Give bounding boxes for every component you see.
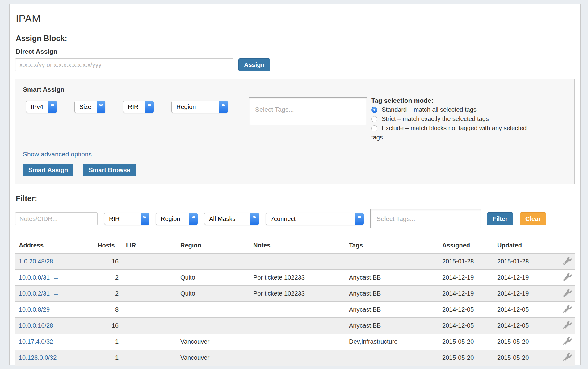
radio-unselected-icon[interactable] bbox=[371, 116, 377, 122]
tag-mode-radio-option[interactable]: Exclude – match blocks not tagged with a… bbox=[371, 123, 540, 142]
direct-assign-input[interactable] bbox=[15, 58, 233, 71]
advanced-options-row: Show advanced options bbox=[23, 151, 569, 158]
smart-browse-button[interactable]: Smart Browse bbox=[83, 164, 136, 176]
sub-assignment-arrow-icon[interactable]: → bbox=[53, 290, 59, 297]
assign-button[interactable]: Assign bbox=[238, 58, 270, 71]
filter-rir-select[interactable]: RIR bbox=[104, 213, 149, 225]
wrench-icon[interactable] bbox=[563, 305, 572, 313]
filter-rir-select-value: RIR bbox=[109, 215, 120, 222]
col-header-updated: Updated bbox=[494, 239, 550, 254]
address-link[interactable]: 10.0.0.16/28 bbox=[19, 322, 53, 329]
filter-resource-select-value: 7connect bbox=[271, 215, 296, 222]
wrench-icon[interactable] bbox=[563, 353, 572, 361]
assigned-cell: 2015-01-28 bbox=[439, 254, 494, 270]
address-link[interactable]: 10.0.0.8/29 bbox=[19, 306, 50, 313]
address-link[interactable]: 10.0.0.2/31 bbox=[19, 290, 50, 297]
tags-cell: Anycast,BB bbox=[345, 270, 439, 286]
address-cell: 10.0.0.8/29 bbox=[15, 302, 94, 318]
wrench-icon[interactable] bbox=[563, 257, 572, 265]
size-select-value: Size bbox=[79, 103, 91, 110]
filter-region-select-value: Region bbox=[161, 215, 180, 222]
tag-mode-radio-option[interactable]: Strict – match exactly the selected tags bbox=[371, 114, 540, 123]
direct-assign-label: Direct Assign bbox=[16, 48, 575, 55]
table-row: 10.128.0.0/32 1 Vancouver 2015-05-20 201… bbox=[15, 350, 575, 366]
notes-cell: Por tickete 102233 bbox=[250, 286, 345, 302]
page-title: IPAM bbox=[16, 13, 575, 25]
tags-cell bbox=[345, 350, 439, 366]
assigned-cell: 2014-12-19 bbox=[439, 270, 494, 286]
col-header-hosts: Hosts bbox=[94, 239, 122, 254]
notes-cell bbox=[250, 254, 345, 270]
tags-cell: Anycast,BB bbox=[345, 318, 439, 334]
address-link[interactable]: 10.0.0.0/31 bbox=[19, 274, 50, 281]
updated-cell: 2015-05-20 bbox=[494, 334, 550, 350]
wrench-icon[interactable] bbox=[563, 289, 572, 297]
assigned-cell: 2015-05-20 bbox=[439, 350, 494, 366]
size-select[interactable]: Size bbox=[74, 101, 105, 113]
hosts-cell: 1 bbox=[94, 350, 122, 366]
col-header-tags: Tags bbox=[345, 239, 439, 254]
col-header-region: Region bbox=[177, 239, 250, 254]
direct-assign-row: Assign bbox=[15, 58, 575, 71]
actions-cell bbox=[550, 334, 575, 350]
tags-cell bbox=[345, 254, 439, 270]
clear-button[interactable]: Clear bbox=[520, 212, 546, 225]
show-advanced-options-link[interactable]: Show advanced options bbox=[23, 151, 92, 158]
address-link[interactable]: 10.17.4.0/32 bbox=[19, 338, 53, 345]
blocks-table: Address Hosts LIR Region Notes Tags Assi… bbox=[15, 239, 575, 366]
wrench-icon[interactable] bbox=[563, 273, 572, 281]
filter-masks-select[interactable]: All Masks bbox=[204, 213, 259, 225]
ip-version-select[interactable]: IPv4 bbox=[26, 101, 57, 113]
filter-tags-input[interactable]: Select Tags... bbox=[370, 209, 481, 228]
region-cell: Quito bbox=[177, 286, 250, 302]
notes-cidr-input[interactable] bbox=[15, 212, 98, 225]
col-header-assigned: Assigned bbox=[439, 239, 494, 254]
select-stepper-icon bbox=[219, 101, 228, 113]
lir-cell bbox=[122, 350, 177, 366]
col-header-address: Address bbox=[15, 239, 94, 254]
region-cell bbox=[177, 302, 250, 318]
address-link[interactable]: 10.128.0.0/32 bbox=[19, 354, 57, 361]
smart-assign-button[interactable]: Smart Assign bbox=[23, 164, 74, 176]
actions-cell bbox=[550, 318, 575, 334]
updated-cell: 2014-12-05 bbox=[494, 318, 550, 334]
notes-cell bbox=[250, 318, 345, 334]
sub-assignment-arrow-icon[interactable]: → bbox=[53, 274, 59, 281]
filter-resource-select[interactable]: 7connect bbox=[266, 213, 364, 225]
smart-assign-panel: Smart Assign IPv4 Size RIR Region bbox=[15, 79, 575, 184]
rir-select[interactable]: RIR bbox=[123, 101, 154, 113]
filter-button[interactable]: Filter bbox=[487, 212, 513, 225]
radio-unselected-icon[interactable] bbox=[371, 125, 377, 131]
select-stepper-icon bbox=[250, 213, 259, 225]
wrench-icon[interactable] bbox=[563, 337, 572, 345]
actions-cell bbox=[550, 270, 575, 286]
region-cell: Quito bbox=[177, 270, 250, 286]
ip-version-select-value: IPv4 bbox=[31, 103, 43, 110]
address-link[interactable]: 1.0.20.48/28 bbox=[19, 258, 53, 265]
filter-region-select[interactable]: Region bbox=[156, 213, 198, 225]
ipam-panel: IPAM Assign Block: Direct Assign Assign … bbox=[9, 4, 581, 365]
region-select-value: Region bbox=[176, 103, 196, 110]
assign-block-heading: Assign Block: bbox=[16, 34, 575, 43]
select-stepper-icon bbox=[48, 101, 57, 113]
hosts-cell: 16 bbox=[94, 254, 122, 270]
tags-cell: Anycast,BB bbox=[345, 302, 439, 318]
select-stepper-icon bbox=[355, 213, 364, 225]
tag-mode-radio-option[interactable]: Standard – match all selected tags bbox=[371, 105, 540, 114]
region-select[interactable]: Region bbox=[171, 101, 228, 113]
tags-cell: Dev,Infrastructure bbox=[345, 334, 439, 350]
smart-assign-controls: IPv4 Size RIR Region Select Tags... bbox=[20, 93, 569, 142]
lir-cell bbox=[122, 254, 177, 270]
wrench-icon[interactable] bbox=[563, 321, 572, 329]
smart-tags-input[interactable]: Select Tags... bbox=[249, 97, 367, 125]
notes-cell bbox=[250, 334, 345, 350]
radio-selected-icon[interactable] bbox=[371, 107, 377, 113]
select-stepper-icon bbox=[189, 213, 198, 225]
hosts-cell: 16 bbox=[94, 318, 122, 334]
region-cell: Vancouver bbox=[177, 334, 250, 350]
col-header-notes: Notes bbox=[250, 239, 345, 254]
region-cell bbox=[177, 318, 250, 334]
region-cell bbox=[177, 254, 250, 270]
lir-cell bbox=[122, 270, 177, 286]
hosts-cell: 2 bbox=[94, 286, 122, 302]
